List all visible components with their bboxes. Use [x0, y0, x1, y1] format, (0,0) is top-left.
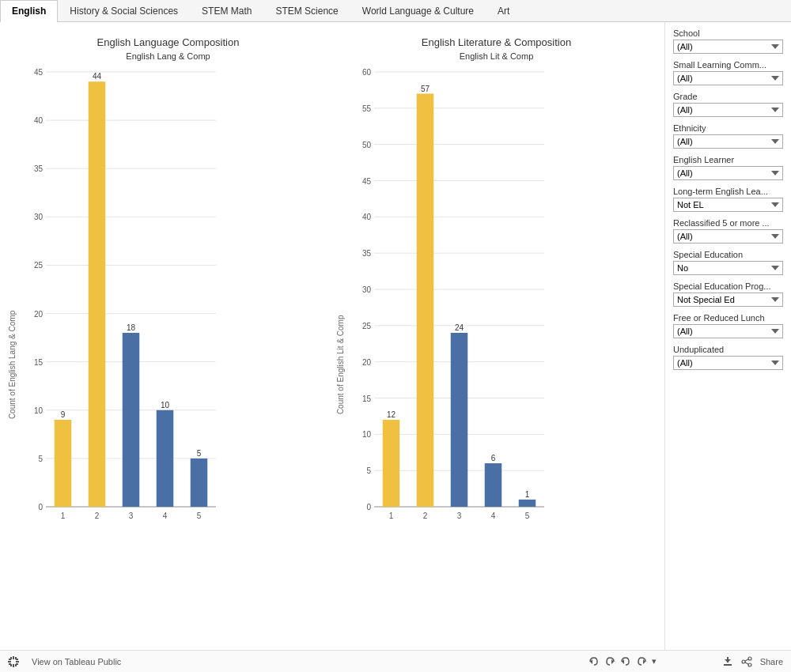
- chart2-subtitle: English Lit & Comp: [460, 51, 534, 61]
- revert-undo-button[interactable]: [620, 656, 631, 667]
- filter-select-slc[interactable]: (All): [673, 71, 783, 85]
- svg-rect-75: [519, 500, 536, 507]
- filter-select-english-learner[interactable]: (All): [673, 166, 783, 180]
- filter-group-ethnicity: Ethnicity(All): [673, 123, 783, 149]
- svg-text:5: 5: [197, 449, 202, 458]
- svg-point-98: [742, 660, 745, 663]
- svg-rect-94: [724, 664, 732, 666]
- svg-text:30: 30: [34, 213, 44, 221]
- share-icon-area[interactable]: [741, 656, 752, 667]
- svg-text:30: 30: [362, 285, 372, 294]
- svg-text:57: 57: [421, 84, 430, 92]
- svg-rect-80: [8, 661, 11, 663]
- filter-select-special-ed[interactable]: No(All)Yes: [673, 261, 783, 275]
- svg-text:1: 1: [525, 490, 530, 499]
- filter-group-special-ed-prog: Special Education Prog...Not Special Ed(…: [673, 281, 783, 307]
- undo-button[interactable]: [589, 656, 600, 667]
- filter-label-grade: Grade: [673, 92, 783, 101]
- filter-select-grade[interactable]: (All): [673, 103, 783, 117]
- svg-text:10: 10: [34, 406, 44, 415]
- svg-text:20: 20: [362, 358, 372, 367]
- svg-rect-72: [485, 463, 502, 507]
- view-on-tableau-link[interactable]: View on Tableau Public: [32, 657, 121, 666]
- undo-icon: [589, 656, 600, 667]
- svg-text:18: 18: [127, 323, 136, 332]
- svg-rect-78: [13, 656, 14, 659]
- filter-select-long-term-el[interactable]: Not EL(All): [673, 198, 783, 212]
- filter-select-reclassified[interactable]: (All): [673, 229, 783, 244]
- svg-text:2: 2: [95, 512, 100, 520]
- svg-rect-24: [89, 81, 106, 507]
- revert-redo-button[interactable]: [636, 656, 647, 667]
- filter-group-unduplicated: Unduplicated(All): [673, 345, 783, 370]
- svg-rect-89: [16, 663, 18, 665]
- revert-redo-icon: [636, 656, 647, 667]
- tab-world-language[interactable]: World Language & Culture: [350, 0, 486, 21]
- svg-rect-81: [16, 661, 19, 663]
- tab-stem-science[interactable]: STEM Science: [263, 0, 350, 21]
- filter-group-slc: Small Learning Comm...(All): [673, 60, 783, 85]
- chart1-svg: 0510152025303540459144218310455: [18, 64, 255, 578]
- download-button[interactable]: [722, 656, 733, 667]
- svg-line-100: [744, 659, 747, 660]
- svg-text:45: 45: [34, 68, 44, 77]
- svg-text:50: 50: [362, 141, 372, 149]
- bottom-bar: View on Tableau Public ▾: [0, 650, 664, 672]
- redo-button[interactable]: [604, 656, 615, 667]
- share-icon: [741, 656, 752, 667]
- chart1-container: English Language Composition English Lan…: [8, 36, 328, 666]
- filter-select-unduplicated[interactable]: (All): [673, 356, 783, 370]
- tableau-logo-icon: [8, 656, 19, 667]
- svg-line-101: [744, 662, 747, 663]
- svg-text:40: 40: [362, 213, 372, 221]
- filter-group-grade: Grade(All): [673, 92, 783, 117]
- tab-art[interactable]: Art: [486, 0, 521, 21]
- filter-group-reclassified: Reclassified 5 or more ...(All): [673, 218, 783, 244]
- svg-rect-86: [9, 659, 11, 660]
- filter-group-special-ed: Special EducationNo(All)Yes: [673, 250, 783, 275]
- svg-text:4: 4: [491, 512, 496, 520]
- filter-group-school: School(All): [673, 28, 783, 54]
- svg-text:1: 1: [61, 512, 66, 520]
- filter-label-unduplicated: Unduplicated: [673, 345, 783, 354]
- tableau-icon: [8, 656, 19, 667]
- svg-text:5: 5: [366, 466, 371, 475]
- svg-point-97: [748, 657, 751, 660]
- main-content: English Language Composition English Lan…: [0, 22, 791, 672]
- filter-label-slc: Small Learning Comm...: [673, 60, 783, 70]
- filter-label-special-ed: Special Education: [673, 250, 783, 259]
- svg-text:20: 20: [34, 309, 44, 318]
- filter-select-school[interactable]: (All): [673, 40, 783, 54]
- svg-text:35: 35: [34, 164, 44, 173]
- tab-history[interactable]: History & Social Sciences: [58, 0, 190, 21]
- tab-bar: English History & Social Sciences STEM M…: [0, 0, 791, 22]
- svg-text:9: 9: [61, 410, 66, 419]
- svg-rect-27: [123, 333, 140, 507]
- filter-label-english-learner: English Learner: [673, 155, 783, 164]
- tab-stem-math[interactable]: STEM Math: [190, 0, 263, 21]
- chart1-y-label: Count of English Lang & Comp: [8, 64, 17, 666]
- svg-text:12: 12: [387, 410, 396, 419]
- svg-text:35: 35: [362, 249, 372, 258]
- filter-group-free-reduced-lunch: Free or Reduced Lunch(All): [673, 313, 783, 338]
- filter-select-special-ed-prog[interactable]: Not Special Ed(All): [673, 293, 783, 307]
- svg-rect-21: [55, 420, 72, 507]
- svg-rect-30: [157, 410, 174, 507]
- svg-text:1: 1: [389, 512, 394, 520]
- filter-select-free-reduced-lunch[interactable]: (All): [673, 324, 783, 338]
- chart1-subtitle: English Lang & Comp: [126, 51, 210, 61]
- filter-select-ethnicity[interactable]: (All): [673, 134, 783, 149]
- filter-group-english-learner: English Learner(All): [673, 155, 783, 180]
- svg-rect-63: [383, 420, 400, 507]
- redo-icon: [604, 656, 615, 667]
- svg-rect-79: [13, 664, 14, 667]
- chevron-down-icon[interactable]: ▾: [652, 656, 657, 667]
- svg-text:5: 5: [197, 512, 202, 520]
- svg-rect-96: [727, 657, 729, 663]
- svg-rect-66: [417, 93, 434, 507]
- filter-label-special-ed-prog: Special Education Prog...: [673, 281, 783, 291]
- svg-text:24: 24: [455, 323, 464, 332]
- tab-english[interactable]: English: [0, 0, 58, 22]
- share-label[interactable]: Share: [760, 657, 783, 666]
- svg-text:5: 5: [38, 455, 43, 463]
